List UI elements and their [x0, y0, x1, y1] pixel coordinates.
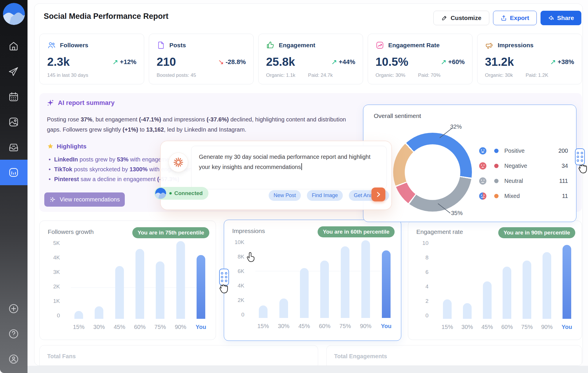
- user-circle-icon: [8, 353, 19, 365]
- kpi-subtext: Organic: 1.1kPaid: 24.7k: [266, 72, 355, 78]
- ai-summary-text: Posting rose 37%, but engagement (-47.1%…: [47, 114, 358, 135]
- kpi-delta: ↘-28.8%: [218, 58, 246, 66]
- engagement-rate-icon: [375, 41, 384, 50]
- bar-column[interactable]: 15%: [74, 241, 84, 319]
- bar-column[interactable]: 75%: [340, 240, 350, 318]
- kpi-value: 210: [157, 55, 176, 68]
- sidebar-item-media[interactable]: [8, 116, 19, 128]
- find-image-button[interactable]: Find Image: [307, 190, 343, 201]
- bar-column[interactable]: 90%: [176, 241, 186, 319]
- bar-column[interactable]: 30%: [462, 241, 472, 319]
- bar-plot: 15%30%45%60%75%90%You: [74, 241, 206, 319]
- new-post-button[interactable]: New Post: [269, 190, 301, 201]
- sidebar-item-analytics[interactable]: [0, 160, 28, 185]
- bar-column[interactable]: 30%: [94, 241, 104, 319]
- donut-callout-top: 32%: [450, 123, 462, 130]
- bar-column[interactable]: 60%: [502, 241, 512, 319]
- bar-column[interactable]: 75%: [522, 241, 532, 319]
- y-axis-ticks: 1086420: [415, 240, 428, 319]
- kpi-label: Impressions: [498, 42, 534, 49]
- chevron-right-icon: [375, 191, 382, 198]
- bar-column[interactable]: 90%: [542, 241, 552, 319]
- bar-column[interactable]: 15%: [258, 240, 268, 318]
- prompt-input[interactable]: Generate my 30 day social media performa…: [191, 146, 387, 189]
- kpi-delta: ↗+60%: [441, 58, 465, 66]
- bar-column[interactable]: 45%: [482, 241, 492, 319]
- kpi-delta: ↗+44%: [331, 58, 355, 66]
- total-engagements-card[interactable]: Total Engagements: [326, 345, 582, 366]
- card-title: Total Fans: [47, 353, 76, 360]
- overall-sentiment-card[interactable]: Overall sentiment 32% 35% Positive 200 N…: [363, 105, 576, 222]
- kpi-label: Followers: [60, 42, 88, 49]
- sidebar-item-publish[interactable]: [8, 66, 19, 77]
- sidebar: [0, 0, 28, 373]
- legend-dot: [494, 194, 499, 198]
- kpi-card-followers[interactable]: Followers 2.3k ↗+12% 145 in last 30 days: [39, 34, 144, 84]
- sidebar-item-profile[interactable]: [8, 353, 19, 365]
- grab-cursor-icon: [576, 162, 588, 175]
- percentile-badge: You are in 90th percentile: [498, 227, 575, 238]
- y-axis-ticks: 5K4K3K2K1K0: [46, 240, 60, 319]
- bar-column[interactable]: 30%: [279, 240, 289, 318]
- help-circle-icon: [8, 328, 19, 340]
- bar-column[interactable]: 60%: [320, 240, 329, 318]
- view-recommendations-button[interactable]: View recommendations: [44, 192, 125, 207]
- card-title: Total Engagements: [334, 353, 387, 360]
- bar-column[interactable]: You: [562, 241, 572, 319]
- share-icon: [548, 15, 554, 21]
- kpi-card-impressions[interactable]: Impressions 31.2k ↗+38% Organic: 30kPaid…: [477, 34, 582, 84]
- total-fans-card[interactable]: Total Fans: [39, 345, 318, 366]
- bar-column[interactable]: You: [381, 240, 391, 318]
- export-button[interactable]: Export: [493, 11, 537, 25]
- impressions-chart-card[interactable]: Impressions You are in 60th percentile 1…: [224, 220, 401, 341]
- text-caret: [301, 163, 302, 170]
- bar-column[interactable]: 90%: [361, 240, 371, 318]
- bar-column[interactable]: 45%: [115, 241, 124, 319]
- kpi-subtext: Organic: 30kPaid: 1.2K: [485, 72, 574, 78]
- sidebar-item-help[interactable]: [8, 328, 19, 340]
- send-prompt-button[interactable]: [371, 188, 385, 201]
- bar-column[interactable]: 60%: [135, 241, 145, 319]
- neutral-face-icon: [479, 177, 487, 185]
- trend-up-icon: ↗: [550, 58, 556, 66]
- bar-column[interactable]: 15%: [442, 241, 452, 319]
- kpi-card-engagement-rate[interactable]: Engagement Rate 10.5% ↗+60% Organic: 30%…: [368, 34, 472, 84]
- assistant-quick-actions: New Post Find Image Get Analytics: [269, 190, 389, 201]
- assistant-avatar: [169, 153, 188, 172]
- bar-column[interactable]: You: [196, 241, 206, 319]
- image-icon: [8, 116, 19, 128]
- kpi-card-posts[interactable]: Posts 210 ↘-28.8% Boosted posts: 45: [149, 34, 254, 84]
- sidebar-item-home[interactable]: [8, 41, 19, 52]
- starburst-icon: [173, 157, 184, 168]
- page-title: Social Media Performance Report: [44, 12, 168, 21]
- kpi-delta: ↗+12%: [112, 58, 136, 66]
- sentiment-title: Overall sentiment: [374, 112, 421, 119]
- sidebar-item-calendar[interactable]: [8, 91, 19, 103]
- kpi-card-engagement[interactable]: Engagement 25.8k ↗+44% Organic: 1.1kPaid…: [258, 34, 363, 84]
- connected-status-pill: Connected: [154, 187, 208, 200]
- trend-down-icon: ↘: [218, 58, 224, 66]
- sidebar-item-inbox[interactable]: [8, 141, 19, 153]
- bar-column[interactable]: 75%: [155, 241, 165, 319]
- kpi-label: Engagement: [279, 42, 315, 49]
- app-root: Social Media Performance Report Customiz…: [0, 0, 588, 373]
- engagement-rate-chart-card[interactable]: Engagement rate You are in 90th percenti…: [408, 221, 582, 340]
- sparkle-icon: [46, 99, 54, 107]
- followers-growth-chart-card[interactable]: Followers growth You are in 75th percent…: [39, 221, 216, 340]
- engagement-icon: [266, 41, 275, 50]
- bar-plot: 15%30%45%60%75%90%You: [258, 240, 391, 318]
- trend-up-icon: ↗: [331, 58, 337, 66]
- status-dot: [169, 192, 172, 194]
- share-button[interactable]: Share: [541, 11, 581, 25]
- send-icon: [8, 66, 19, 77]
- page-bottom-strip: [28, 366, 588, 373]
- legend-row-neutral: Neutral 111: [479, 177, 568, 185]
- bar-column[interactable]: 45%: [299, 240, 309, 318]
- percentile-badge: You are in 75th percentile: [132, 227, 209, 238]
- customize-button[interactable]: Customize: [433, 11, 489, 25]
- sidebar-item-add[interactable]: [8, 303, 19, 314]
- impressions-icon: [485, 41, 494, 50]
- trend-up-icon: ↗: [112, 58, 118, 66]
- kpi-subtext: Organic: 30%Paid: 70%: [375, 72, 465, 78]
- kpi-label: Posts: [169, 42, 186, 49]
